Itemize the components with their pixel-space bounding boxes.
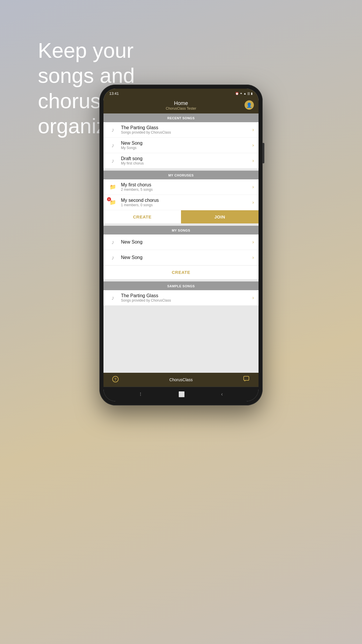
list-item[interactable]: 📁 My first chorus 2 members, 5 songs ›: [103, 179, 259, 195]
music-note-icon: ♪: [108, 237, 117, 247]
svg-rect-2: [244, 376, 249, 380]
item-title: The Parting Glass: [121, 125, 252, 130]
item-subtitle: Songs provided by ChorusClass: [121, 298, 252, 302]
item-title: The Parting Glass: [121, 293, 252, 298]
music-note-icon: ♪: [108, 141, 117, 150]
status-time: 13:41: [109, 91, 119, 96]
chevron-right-icon: ›: [252, 184, 254, 190]
sample-songs-label: SAMPLE SONGS: [167, 284, 195, 288]
list-item[interactable]: ♪ The Parting Glass Songs provided by Ch…: [103, 122, 259, 138]
create-song-row[interactable]: CREATE: [103, 265, 259, 279]
item-subtitle: My first chorus: [121, 161, 252, 165]
chevron-right-icon: ›: [252, 127, 254, 132]
phone-shell: 13:41 ⏰ ✦ ▲ ||| ▮ Home ChorusClass Teste…: [99, 85, 263, 405]
item-text: My first chorus 2 members, 5 songs: [121, 182, 252, 192]
recent-songs-label: RECENT SONGS: [167, 116, 195, 120]
battery-icon: ▮: [251, 92, 253, 95]
folder-badge-icon: 📁 1: [108, 198, 117, 207]
item-subtitle: My Songs: [121, 146, 252, 150]
my-choruses-section: MY CHORUSES 📁 My first chorus 2 members,…: [103, 171, 259, 223]
bluetooth-icon: ✦: [240, 92, 242, 95]
my-songs-section: MY SONGS ♪ New Song › ♪: [103, 226, 259, 279]
home-nav-button[interactable]: ⬜: [178, 391, 185, 398]
music-note-icon: ♪: [108, 125, 117, 134]
notification-badge: 1: [107, 197, 111, 201]
recent-songs-section: RECENT SONGS ♪ The Parting Glass Songs p…: [103, 113, 259, 168]
svg-text:?: ?: [114, 377, 117, 382]
chat-button[interactable]: [243, 376, 250, 384]
header-title: Home: [108, 100, 254, 106]
item-text: Draft song My first chorus: [121, 156, 252, 165]
item-subtitle: Songs provided by ChorusClass: [121, 130, 252, 134]
my-songs-label: MY SONGS: [172, 229, 190, 232]
item-title: My second chorus: [121, 198, 252, 203]
app-header: Home ChorusClass Tester 👤: [103, 98, 259, 113]
sample-songs-section: SAMPLE SONGS ♪ The Parting Glass Songs p…: [103, 281, 259, 305]
item-title: New Song: [121, 255, 252, 260]
music-note-icon: ♪: [108, 293, 117, 302]
phone-device: 13:41 ⏰ ✦ ▲ ||| ▮ Home ChorusClass Teste…: [99, 85, 263, 405]
user-avatar[interactable]: 👤: [245, 100, 254, 110]
item-title: Draft song: [121, 156, 252, 161]
create-chorus-button[interactable]: CREATE: [103, 210, 181, 223]
item-title: My first chorus: [121, 182, 252, 188]
chevron-right-icon: ›: [252, 295, 254, 300]
item-title: New Song: [121, 239, 252, 245]
status-bar: 13:41 ⏰ ✦ ▲ ||| ▮: [103, 89, 259, 98]
item-subtitle: 1 members, 0 songs: [121, 203, 252, 207]
recent-songs-header: RECENT SONGS: [103, 113, 259, 122]
chevron-right-icon: ›: [252, 239, 254, 245]
chevron-right-icon: ›: [252, 200, 254, 205]
signal-icon: |||: [247, 92, 250, 95]
phone-navigation: ⫶ ⬜ ‹: [103, 387, 259, 401]
item-title: New Song: [121, 141, 252, 146]
header-subtitle: ChorusClass Tester: [108, 106, 254, 111]
alarm-icon: ⏰: [235, 92, 239, 95]
chorus-action-buttons: CREATE JOIN: [103, 210, 259, 223]
list-item[interactable]: 📁 1 My second chorus 1 members, 0 songs …: [103, 195, 259, 210]
my-songs-header: MY SONGS: [103, 226, 259, 235]
music-note-icon: ♪: [108, 253, 117, 262]
list-item[interactable]: ♪ New Song ›: [103, 235, 259, 250]
help-button[interactable]: ?: [112, 376, 119, 384]
phone-screen: 13:41 ⏰ ✦ ▲ ||| ▮ Home ChorusClass Teste…: [103, 89, 259, 401]
chevron-right-icon: ›: [252, 143, 254, 148]
list-item[interactable]: ♪ Draft song My first chorus ›: [103, 153, 259, 168]
my-choruses-header: MY CHORUSES: [103, 171, 259, 179]
my-choruses-label: MY CHORUSES: [168, 174, 194, 177]
join-chorus-button[interactable]: JOIN: [181, 210, 259, 223]
item-text: The Parting Glass Songs provided by Chor…: [121, 125, 252, 134]
folder-icon: 📁: [108, 182, 117, 192]
app-name-label: ChorusClass: [169, 377, 193, 382]
item-text: The Parting Glass Songs provided by Chor…: [121, 293, 252, 302]
item-text: New Song My Songs: [121, 141, 252, 150]
chevron-right-icon: ›: [252, 255, 254, 260]
status-icons: ⏰ ✦ ▲ ||| ▮: [235, 92, 253, 95]
app-content[interactable]: RECENT SONGS ♪ The Parting Glass Songs p…: [103, 113, 259, 373]
item-text: My second chorus 1 members, 0 songs: [121, 198, 252, 207]
user-icon: 👤: [246, 102, 252, 108]
list-item[interactable]: ♪ New Song ›: [103, 250, 259, 265]
item-subtitle: 2 members, 5 songs: [121, 188, 252, 192]
recents-nav-button[interactable]: ⫶: [139, 391, 142, 397]
tab-bar: ? ChorusClass: [103, 373, 259, 387]
sample-songs-header: SAMPLE SONGS: [103, 281, 259, 290]
create-song-button[interactable]: CREATE: [172, 270, 190, 275]
item-text: New Song: [121, 255, 252, 260]
item-text: New Song: [121, 239, 252, 245]
list-item[interactable]: ♪ New Song My Songs ›: [103, 138, 259, 153]
list-item[interactable]: ♪ The Parting Glass Songs provided by Ch…: [103, 290, 259, 305]
chevron-right-icon: ›: [252, 158, 254, 163]
wifi-icon: ▲: [243, 92, 246, 95]
back-nav-button[interactable]: ‹: [221, 391, 223, 397]
music-note-icon: ♪: [108, 156, 117, 165]
